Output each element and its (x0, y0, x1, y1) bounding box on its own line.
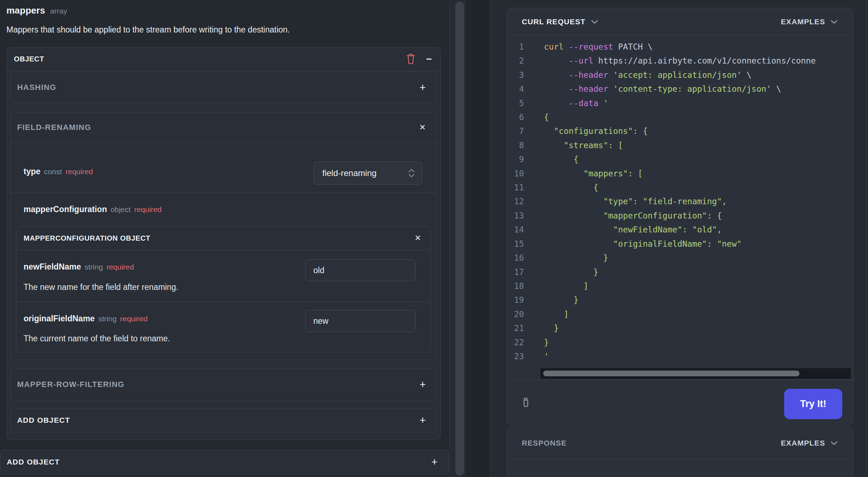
code-line: 4 --header 'content-type: application/js… (507, 82, 853, 96)
section-field-renaming: FIELD-RENAMING ✕ type const required fie… (10, 112, 436, 360)
original-field-name-input[interactable]: new (305, 310, 415, 332)
close-icon[interactable]: ✕ (415, 234, 421, 242)
code-line: 2 --url https://api.airbyte.com/v1/conne… (507, 54, 853, 68)
code-line: 20 ] (507, 307, 853, 321)
mapper-row-filtering-title: MAPPER-ROW-FILTERING (17, 380, 125, 389)
copy-code-button[interactable] (519, 396, 533, 410)
plus-icon[interactable]: + (419, 379, 426, 390)
object-panel: OBJECT − (6, 47, 441, 440)
code-lines: 1curl --request PATCH \2 --url https://a… (507, 40, 853, 363)
code-line: 22} (507, 336, 853, 350)
property-name: mappers (6, 5, 45, 16)
add-object-button-outer[interactable]: ADD OBJECT + (0, 450, 449, 475)
original-field-name-description: The current name of the field to rename. (24, 334, 170, 343)
select-stepper-icon (407, 168, 416, 179)
code-line: 13 "mapperConfiguration": { (507, 209, 853, 223)
chevron-down-icon (831, 441, 837, 445)
mapper-configuration-title: MAPPERCONFIGURATION OBJECT (24, 234, 150, 242)
plus-icon: + (419, 415, 426, 426)
page-scrollbar-thumb[interactable] (455, 1, 464, 476)
add-object-label: ADD OBJECT (17, 416, 70, 425)
code-line: 9 { (507, 152, 853, 166)
plus-icon[interactable]: + (419, 82, 426, 93)
code-line: 11 { (507, 181, 853, 195)
field-renaming-header: FIELD-RENAMING ✕ (11, 112, 436, 143)
curl-request-title: CURL REQUEST (522, 17, 586, 26)
property-type: array (50, 7, 67, 15)
response-header: RESPONSE EXAMPLES (507, 427, 853, 459)
new-field-name-description: The new name for the field after renamin… (24, 282, 178, 292)
property-heading: mappers array (6, 5, 67, 16)
field-renaming-title: FIELD-RENAMING (17, 123, 91, 132)
examples-label: EXAMPLES (781, 439, 825, 447)
original-field-name-label: originalFieldName string required (24, 314, 148, 323)
new-field-name-label: newFieldName string required (24, 262, 134, 272)
new-field-name-input[interactable]: old (305, 259, 415, 281)
try-it-button[interactable]: Try It! (784, 389, 842, 419)
property-description: Mappers that should be applied to the st… (6, 25, 290, 35)
page-scrollbar-track (450, 0, 465, 477)
mapper-configuration-header: MAPPERCONFIGURATION OBJECT ✕ (16, 227, 430, 250)
trash-icon (405, 53, 416, 65)
type-select[interactable]: field-renaming (313, 161, 422, 185)
examples-label: EXAMPLES (781, 17, 825, 26)
code-line: 16 } (507, 251, 853, 265)
section-hashing-title: HASHING (17, 83, 56, 92)
code-line: 3 --header 'accept: application/json' \ (507, 68, 853, 82)
code-hscrollbar-thumb[interactable] (543, 371, 799, 376)
mapper-configuration-label: mapperConfiguration object required (24, 205, 162, 214)
code-hscrollbar-track (540, 368, 851, 379)
code-line: 12 "type": "field-renaming", (507, 195, 853, 209)
curl-footer: Try It! (507, 380, 853, 426)
code-line: 18 ] (507, 279, 853, 293)
plus-icon: + (431, 457, 438, 467)
type-select-value: field-renaming (322, 168, 377, 178)
response-panel: RESPONSE EXAMPLES (506, 427, 853, 477)
response-title: RESPONSE (522, 439, 567, 447)
code-line: 6{ (507, 110, 853, 124)
chevron-down-icon[interactable] (591, 20, 598, 24)
mapper-configuration-panel: MAPPERCONFIGURATION OBJECT ✕ newFieldNam… (16, 226, 431, 352)
code-line: 15 "originalFieldName": "new" (507, 237, 853, 251)
curl-request-header: CURL REQUEST EXAMPLES (507, 8, 853, 35)
response-examples-dropdown[interactable]: EXAMPLES (781, 439, 837, 447)
code-line: 8 "streams": [ (507, 139, 853, 152)
add-object-label: ADD OBJECT (7, 458, 60, 466)
code-line: 17 } (507, 265, 853, 279)
api-docs-page: mappers array Mappers that should be app… (0, 0, 868, 477)
api-examples-column: CURL REQUEST EXAMPLES 1curl --request PA… (490, 0, 866, 477)
collapse-object-button[interactable]: − (426, 54, 432, 64)
minus-icon: − (426, 54, 432, 64)
code-line: 19 } (507, 293, 853, 307)
code-line: 1curl --request PATCH \ (507, 40, 853, 54)
code-line: 23' (507, 350, 853, 363)
window-scrollbar-edge[interactable] (866, 0, 868, 477)
add-object-button-inner[interactable]: ADD OBJECT + (10, 408, 436, 432)
chevron-down-icon (831, 20, 837, 24)
type-field-label: type const required (24, 167, 93, 176)
curl-examples-dropdown[interactable]: EXAMPLES (781, 17, 837, 26)
delete-object-button[interactable] (405, 53, 416, 65)
docs-column: mappers array Mappers that should be app… (0, 0, 450, 477)
code-line: 5 --data ' (507, 96, 853, 110)
object-panel-title: OBJECT (14, 55, 44, 63)
section-mapper-row-filtering[interactable]: MAPPER-ROW-FILTERING + (10, 368, 436, 401)
copy-icon (519, 406, 533, 411)
code-line: 7 "configurations": { (507, 124, 853, 138)
code-line: 10 "mappers": [ (507, 167, 853, 181)
divider (11, 192, 436, 193)
curl-request-panel: CURL REQUEST EXAMPLES 1curl --request PA… (506, 8, 853, 426)
close-icon[interactable]: ✕ (419, 124, 426, 131)
curl-code-block: 1curl --request PATCH \2 --url https://a… (507, 36, 853, 368)
code-line: 14 "newFieldName": "old", (507, 223, 853, 237)
section-hashing[interactable]: HASHING + (10, 72, 436, 103)
object-panel-header: OBJECT − (7, 47, 440, 71)
divider (16, 302, 430, 302)
code-line: 21 } (507, 321, 853, 335)
